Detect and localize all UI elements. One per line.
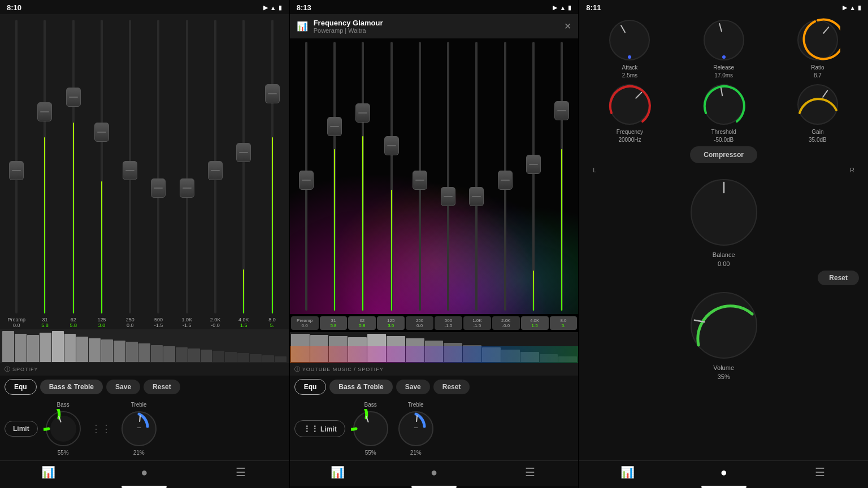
fader-125-handle[interactable]: [94, 123, 109, 142]
left-nav-eq[interactable]: 📊: [0, 465, 96, 479]
right-ratio-knob-svg[interactable]: [795, 18, 840, 63]
mid-fader-preamp-handle[interactable]: [299, 171, 314, 190]
left-treble-knob-svg[interactable]: −: [119, 409, 159, 448]
fader-preamp[interactable]: [2, 19, 31, 315]
pill-500[interactable]: 500 -1.5: [435, 316, 462, 330]
fader-500[interactable]: [144, 19, 172, 315]
mid-fader-2k-handle[interactable]: [498, 171, 513, 190]
mid-fader-500[interactable]: [434, 41, 462, 312]
right-gain-knob-wrap[interactable]: [795, 82, 840, 127]
right-volume-knob-svg[interactable]: [687, 289, 761, 362]
mid-save-button[interactable]: Save: [396, 380, 430, 394]
fader-1k-handle[interactable]: [180, 178, 194, 198]
mid-treble-knob-wrap[interactable]: −: [396, 409, 436, 448]
fader-preamp-handle[interactable]: [9, 161, 24, 180]
mid-nav-player[interactable]: ●: [386, 465, 482, 479]
fader-1k[interactable]: [173, 19, 201, 315]
fader-4k[interactable]: [229, 19, 258, 315]
fader-4k-handle[interactable]: [236, 143, 251, 162]
pill-62[interactable]: 62 5.8: [348, 316, 376, 330]
mid-fader-31[interactable]: [320, 41, 349, 312]
mid-fader-31-handle[interactable]: [327, 117, 342, 136]
right-volume-knob-wrap[interactable]: [687, 289, 761, 362]
pill-8k[interactable]: 8.0 5.: [550, 316, 578, 330]
fader-500-handle[interactable]: [151, 178, 166, 198]
mid-fader-125-handle[interactable]: [384, 136, 399, 155]
fader-250-handle[interactable]: [123, 161, 137, 180]
left-nav-menu[interactable]: ☰: [192, 465, 288, 479]
right-gain-knob-svg[interactable]: [795, 82, 840, 127]
mid-treble-value: 21%: [410, 450, 422, 456]
right-balance-knob-wrap[interactable]: [687, 176, 761, 249]
mid-fader-2k[interactable]: [491, 41, 519, 312]
mid-bass-treble-button[interactable]: Bass & Treble: [329, 380, 392, 394]
mid-nav-menu[interactable]: ☰: [482, 465, 578, 479]
fader-2k[interactable]: [201, 19, 229, 315]
left-bass-group: Bass 55%: [44, 402, 83, 456]
right-nav-menu[interactable]: ☰: [772, 465, 868, 479]
mid-fader-4k-handle[interactable]: [526, 155, 541, 174]
left-save-button[interactable]: Save: [106, 380, 140, 394]
left-bass-knob-svg[interactable]: [44, 409, 83, 448]
left-nav-player[interactable]: ●: [96, 465, 192, 479]
right-nav-player[interactable]: ●: [676, 465, 772, 479]
pill-2k[interactable]: 2.0K -0.0: [492, 316, 520, 330]
mid-limit-button[interactable]: ⋮⋮ Limit: [294, 420, 345, 437]
mid-fader-250[interactable]: [406, 41, 434, 312]
fader-31[interactable]: [31, 19, 59, 315]
right-balance-knob-svg[interactable]: [687, 176, 761, 249]
mid-fader-8k-handle[interactable]: [554, 101, 569, 120]
left-bass-knob-wrap[interactable]: [44, 409, 83, 448]
mid-fader-62[interactable]: [349, 41, 377, 312]
right-threshold-knob-wrap[interactable]: [701, 82, 747, 127]
pill-1k[interactable]: 1.0K -1.5: [463, 316, 491, 330]
mid-fader-125[interactable]: [377, 41, 405, 312]
mid-fader-1k[interactable]: [462, 41, 491, 312]
pill-125[interactable]: 125 3.0: [377, 316, 405, 330]
right-ratio-knob-wrap[interactable]: [795, 18, 840, 63]
fader-31-handle[interactable]: [37, 102, 52, 121]
mid-nav-eq[interactable]: 📊: [290, 465, 386, 479]
left-reset-button[interactable]: Reset: [144, 380, 180, 394]
fader-8k[interactable]: [258, 19, 286, 315]
pill-preamp[interactable]: Preamp 0.0: [291, 316, 319, 330]
right-frequency-knob-wrap[interactable]: [607, 82, 652, 127]
pill-31[interactable]: 31 5.8: [320, 316, 348, 330]
left-treble-knob-wrap[interactable]: −: [119, 409, 159, 448]
mid-fader-4k[interactable]: [519, 41, 548, 312]
fader-62[interactable]: [59, 19, 88, 315]
mid-bass-knob-wrap[interactable]: [351, 409, 390, 448]
right-release-knob-wrap[interactable]: [701, 18, 747, 63]
pill-250[interactable]: 250 0.0: [406, 316, 433, 330]
mid-close-button[interactable]: ✕: [564, 21, 571, 32]
left-limit-button[interactable]: Limit: [5, 421, 38, 437]
mid-fader-250-handle[interactable]: [413, 171, 427, 190]
fader-2k-handle[interactable]: [208, 161, 223, 180]
mid-fader-preamp[interactable]: [292, 41, 320, 312]
right-release-knob-svg[interactable]: [701, 18, 747, 63]
fader-62-handle[interactable]: [66, 88, 81, 107]
mid-equ-button[interactable]: Equ: [294, 379, 327, 395]
mid-treble-knob-svg[interactable]: −: [396, 409, 436, 448]
right-frequency-knob-svg[interactable]: [607, 82, 652, 127]
right-threshold-knob-svg[interactable]: [701, 82, 747, 127]
fader-125[interactable]: [88, 19, 116, 315]
mid-bass-knob-svg[interactable]: [351, 409, 390, 448]
left-fader-area[interactable]: [0, 14, 289, 315]
left-label-preamp: Preamp 0.0: [2, 317, 31, 328]
left-bass-treble-button[interactable]: Bass & Treble: [40, 380, 103, 394]
mid-reset-button[interactable]: Reset: [433, 380, 470, 394]
mid-fader-62-handle[interactable]: [355, 103, 370, 123]
right-attack-knob-svg[interactable]: [607, 18, 652, 63]
right-compressor-button[interactable]: Compressor: [690, 146, 757, 163]
fader-8k-handle[interactable]: [265, 84, 280, 103]
right-reset-button[interactable]: Reset: [818, 271, 859, 285]
mid-fader-500-handle[interactable]: [441, 187, 455, 206]
pill-4k[interactable]: 4.0K 1.5: [521, 316, 549, 330]
mid-fader-8k[interactable]: [548, 41, 576, 312]
mid-fader-1k-handle[interactable]: [469, 187, 484, 206]
left-equ-button[interactable]: Equ: [5, 379, 37, 395]
right-nav-eq[interactable]: 📊: [579, 465, 675, 479]
right-attack-knob-wrap[interactable]: [607, 18, 652, 63]
fader-250[interactable]: [116, 19, 144, 315]
